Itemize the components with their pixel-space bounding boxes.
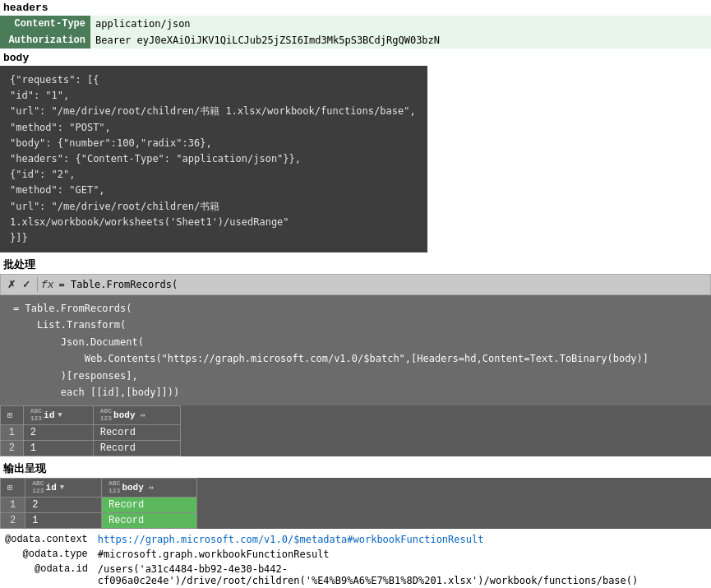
col-id-type: ABC 123	[30, 408, 42, 423]
formula-line: Web.Contents("https://graph.microsoft.co…	[13, 350, 701, 367]
formula-line: List.Transform(	[13, 317, 701, 333]
col-body-type: ABC 123	[100, 408, 112, 423]
meta-key: @odata.type	[0, 547, 93, 562]
confirm-formula-button[interactable]: ✓	[19, 278, 34, 291]
row-number: 2	[1, 441, 24, 456]
body-cell: Record	[93, 425, 180, 441]
header-row: Content-Type application/json	[0, 16, 711, 32]
header-value: Bearer eyJ0eXAiOiJKV1QiLCJub25jZSI6Imd3M…	[90, 32, 711, 49]
metadata-row: @odata.type #microsoft.graph.workbookFun…	[0, 547, 711, 562]
grid-icon: ⊞	[7, 411, 12, 420]
id-cell: 2	[23, 425, 93, 441]
body-line: "id": "1",	[10, 88, 418, 104]
output-label: 输出呈现	[0, 460, 711, 478]
header-key: Authorization	[0, 32, 90, 49]
formula-line: )[responses],	[13, 368, 701, 384]
formula-line: each [[id],[body]]))	[13, 384, 701, 400]
table-row: 2 1 Record	[1, 441, 181, 456]
output-table-container: ⊞ ABC 123 id ▼	[0, 478, 711, 529]
output-expand-icon[interactable]: ⇔	[149, 483, 154, 493]
table-row: 2 1 Record	[1, 512, 197, 528]
meta-value: #microsoft.graph.workbookFunctionResult	[93, 547, 711, 562]
id-cell: 1	[23, 441, 93, 456]
row-number: 1	[1, 497, 25, 512]
header-row: Authorization Bearer eyJ0eXAiOiJKV1QiLCJ…	[0, 32, 711, 49]
meta-value: https://graph.microsoft.com/v1.0/$metada…	[93, 532, 711, 547]
fx-label: fx	[41, 279, 54, 291]
output-col-id-name: id	[46, 483, 57, 493]
id-cell: 1	[25, 512, 102, 528]
expand-icon[interactable]: ⇔	[141, 410, 145, 420]
headers-label: headers	[0, 0, 711, 16]
col-body-name: body	[113, 410, 135, 420]
batch-label: 批处理	[0, 256, 711, 274]
output-grid-icon: ⊞	[7, 484, 12, 493]
metadata-table: @odata.context https://graph.microsoft.c…	[0, 532, 711, 588]
body-line: "method": "GET",	[10, 183, 418, 198]
body-line: }]}	[10, 230, 418, 246]
cancel-formula-button[interactable]: ✗	[4, 278, 19, 291]
col-id-header: ABC 123 id ▼	[23, 406, 93, 425]
meta-key: @odata.context	[0, 532, 93, 547]
formula-line: Json.Document(	[13, 334, 701, 350]
meta-value: /users('a31c4484-bb92-4e30-b442-cf096a0c…	[93, 562, 711, 588]
output-table: ⊞ ABC 123 id ▼	[0, 478, 197, 529]
body-cell: Record	[101, 497, 196, 512]
row-number: 1	[1, 425, 24, 441]
col-body-header: ABC 123 body ⇔	[93, 406, 180, 425]
body-line: "body": {"number":100,"radix":36},	[10, 136, 418, 151]
id-cell: 2	[25, 497, 102, 512]
meta-key: @odata.id	[0, 562, 93, 588]
body-line: "method": "POST",	[10, 120, 418, 136]
header-key: Content-Type	[0, 16, 90, 32]
body-cell: Record	[101, 512, 196, 528]
metadata-row: @odata.context https://graph.microsoft.c…	[0, 532, 711, 547]
col-id-name: id	[44, 410, 54, 420]
batch-section: 批处理 ✗ ✓ fx = Table.FromRecords( = Table.…	[0, 256, 711, 456]
output-col-body-header: ABC 123 body ⇔	[101, 479, 196, 498]
headers-section: headers Content-Type application/json Au…	[0, 0, 711, 49]
batch-table-container: ⊞ ABC 123 id ▼	[0, 405, 711, 456]
body-cell: Record	[93, 441, 180, 456]
body-line: {"id": "2",	[10, 167, 418, 183]
body-line: "url": "/me/drive/root/children/书籍 1.xls…	[10, 104, 418, 119]
formula-line: = Table.FromRecords(	[13, 300, 701, 317]
output-col-body-name: body	[122, 483, 143, 493]
output-row-num-header: ⊞	[1, 479, 25, 498]
row-number: 2	[1, 512, 25, 528]
formula-content: = Table.FromRecords( List.Transform( Jso…	[0, 295, 711, 405]
body-line: {"requests": [{	[10, 72, 418, 88]
output-col-id-header: ABC 123 id ▼	[25, 479, 102, 498]
body-section: body {"requests": [{ "id": "1", "url": "…	[0, 50, 711, 252]
body-label: body	[0, 50, 711, 66]
filter-icon-id[interactable]: ▼	[58, 411, 62, 419]
formula-text: = Table.FromRecords(	[59, 279, 707, 290]
headers-table: Content-Type application/json Authorizat…	[0, 16, 711, 49]
formula-bar: ✗ ✓ fx = Table.FromRecords(	[0, 274, 711, 295]
table-row: 1 2 Record	[1, 497, 197, 512]
formula-separator	[37, 277, 38, 292]
body-content: {"requests": [{ "id": "1", "url": "/me/d…	[0, 66, 427, 252]
body-line: "url": "/me/drive/root/children/书籍 1.xls…	[10, 199, 418, 230]
row-num-header: ⊞	[1, 406, 24, 425]
output-section: 输出呈现 ⊞ ABC 123 id ▼	[0, 460, 711, 529]
body-line: "headers": {"Content-Type": "application…	[10, 151, 418, 167]
metadata-row: @odata.id /users('a31c4484-bb92-4e30-b44…	[0, 562, 711, 588]
table-row: 1 2 Record	[1, 425, 181, 441]
output-filter-icon[interactable]: ▼	[60, 484, 64, 492]
metadata-section: @odata.context https://graph.microsoft.c…	[0, 532, 711, 588]
header-value: application/json	[90, 16, 711, 32]
batch-table: ⊞ ABC 123 id ▼	[0, 405, 181, 456]
